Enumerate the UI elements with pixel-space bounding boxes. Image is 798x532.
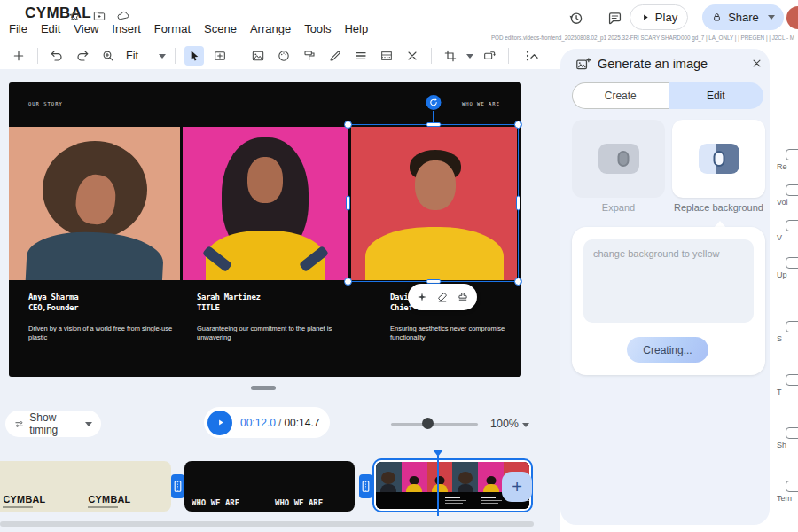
paint-roller-button[interactable] (300, 46, 319, 66)
comments-icon[interactable] (606, 10, 623, 27)
zoom-level-caret[interactable] (522, 423, 529, 427)
play-icon (640, 12, 650, 22)
selection-box (348, 124, 519, 282)
prompt-input[interactable]: change background to yellow (583, 239, 754, 323)
crop-button[interactable] (441, 46, 460, 66)
rail-item-t[interactable]: T (777, 387, 782, 396)
person-name: Anya Sharma (28, 293, 175, 303)
cloud-status-icon[interactable] (116, 9, 130, 23)
rail-icon-upload[interactable] (786, 257, 798, 269)
line-weight-button[interactable] (351, 46, 371, 66)
close-icon[interactable] (750, 57, 763, 70)
clear-format-button[interactable] (403, 46, 422, 66)
resize-handle-right[interactable] (516, 196, 520, 211)
person-text-block[interactable]: Sarah Martinez TITLE Guaranteeing our co… (197, 293, 334, 341)
expand-option-card[interactable] (572, 120, 665, 198)
menu-help[interactable]: Help (344, 22, 368, 35)
move-folder-icon[interactable] (92, 9, 106, 23)
reimagine-sparkle-icon[interactable] (416, 291, 428, 303)
time-separator: / (278, 417, 281, 429)
share-button[interactable]: Share (702, 4, 784, 30)
pen-button[interactable] (325, 46, 345, 66)
person-text-block[interactable]: Anya Sharma CEO,Founder Driven by a visi… (28, 293, 175, 341)
border-style-button[interactable] (377, 46, 396, 66)
rail-icon-video[interactable] (786, 220, 798, 231)
replace-background-option-card[interactable] (672, 120, 765, 198)
rail-item-templates[interactable]: Tem (777, 494, 792, 503)
resize-handle-top-right[interactable] (514, 121, 522, 129)
rail-icon-templates[interactable] (786, 481, 798, 492)
rail-icon-voiceover[interactable] (786, 184, 798, 196)
zoom-slider-knob[interactable] (422, 418, 434, 429)
theme-colors-button[interactable] (274, 46, 293, 66)
share-label: Share (728, 11, 759, 24)
rail-icon-shapes[interactable] (786, 427, 798, 439)
slide-canvas[interactable]: OUR STORY WHO WE ARE Anya Sharma CEO,Fou… (9, 82, 521, 377)
insert-image-button[interactable] (248, 46, 268, 66)
menu-edit[interactable]: Edit (41, 22, 60, 35)
tab-edit-selected[interactable]: Edit (669, 82, 764, 109)
zoom-fit-dropdown[interactable]: Fit (124, 50, 140, 62)
transition-button[interactable] (359, 474, 372, 498)
account-avatar[interactable] (786, 6, 798, 29)
timeline-scrollbar[interactable] (0, 521, 534, 527)
menu-arrange[interactable]: Arrange (250, 22, 291, 35)
menu-insert[interactable]: Insert (112, 22, 141, 35)
add-scene-toolbar-button[interactable] (9, 46, 28, 66)
menu-view[interactable]: View (74, 22, 98, 35)
rotate-handle[interactable] (426, 95, 441, 110)
zoom-level-dropdown[interactable]: 100% (490, 418, 519, 430)
resize-handle-bottom-left[interactable] (344, 278, 352, 286)
zoom-icon[interactable] (98, 46, 118, 66)
scene-thumbnail-2[interactable]: WHO WE ARE WHO WE ARE (184, 461, 355, 512)
timeline-play-button[interactable] (207, 411, 232, 435)
rail-item-record[interactable]: Re (777, 162, 787, 171)
slide-kicker-left[interactable]: OUR STORY (28, 101, 63, 106)
tab-create[interactable]: Create (572, 82, 669, 109)
menu-file[interactable]: File (9, 22, 27, 35)
rail-item-upload[interactable]: Up (777, 270, 787, 279)
photo-sarah[interactable] (183, 127, 348, 280)
rail-icon-record[interactable] (786, 149, 798, 160)
rail-item-voiceover[interactable]: Voi (777, 198, 788, 207)
rail-icon-t[interactable] (786, 374, 798, 386)
text-box-button[interactable] (210, 46, 230, 66)
undo-button[interactable] (47, 46, 66, 66)
stamp-icon[interactable] (457, 291, 469, 303)
zoom-slider-track[interactable] (391, 423, 478, 426)
photo-anya[interactable] (9, 127, 180, 280)
plus-icon: + (512, 477, 522, 497)
replace-image-button[interactable] (480, 46, 499, 66)
slide-kicker-right[interactable]: WHO WE ARE (462, 101, 500, 106)
menu-tools[interactable]: Tools (304, 22, 331, 35)
menu-scene[interactable]: Scene (204, 22, 237, 35)
crop-caret[interactable] (466, 54, 473, 59)
play-button[interactable]: Play (630, 4, 688, 30)
share-dropdown-caret[interactable] (768, 15, 775, 20)
show-timing-dropdown[interactable]: Show timing (5, 411, 101, 437)
resize-handle-left[interactable] (346, 196, 350, 211)
eraser-icon[interactable] (436, 291, 449, 303)
rail-item-shapes[interactable]: Sh (777, 441, 786, 450)
person-description: Guaranteeing our commitment to the plane… (197, 325, 334, 341)
creating-button[interactable]: Creating... (627, 337, 708, 363)
rail-icon-s[interactable] (786, 321, 798, 332)
playhead-line[interactable] (437, 456, 439, 516)
add-scene-button[interactable]: + (502, 472, 532, 502)
menu-format[interactable]: Format (154, 22, 191, 35)
timeline-resize-handle[interactable] (251, 386, 276, 390)
zoom-fit-caret[interactable] (159, 54, 166, 59)
rail-item-video[interactable]: V (777, 233, 782, 242)
scene-thumbnail-1[interactable]: CYMBAL CYMBAL (0, 461, 171, 512)
collapse-toolbar-chevron[interactable] (527, 49, 542, 64)
tab-edit-label: Edit (707, 90, 725, 102)
star-icon[interactable] (67, 9, 82, 23)
redo-button[interactable] (73, 46, 92, 66)
replace-background-label: Replace background (672, 202, 765, 213)
resize-handle-bottom-right[interactable] (514, 278, 522, 286)
select-cursor-button[interactable] (184, 46, 204, 66)
version-history-icon[interactable] (567, 10, 584, 27)
resize-handle-top-left[interactable] (344, 121, 352, 129)
transition-button[interactable] (171, 474, 184, 498)
rail-item-s[interactable]: S (777, 334, 782, 343)
